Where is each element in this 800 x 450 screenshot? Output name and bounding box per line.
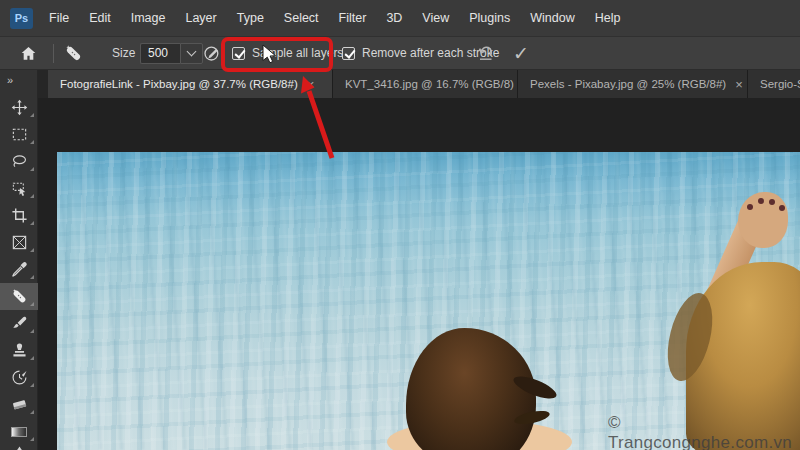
tool-options-bar: Size 500 Sample all layers Remove after … bbox=[0, 36, 800, 70]
sample-all-layers-checkbox[interactable]: Sample all layers bbox=[232, 37, 343, 69]
undo-icon bbox=[477, 44, 495, 62]
current-tool-preset[interactable] bbox=[64, 37, 83, 69]
separator bbox=[53, 44, 54, 63]
menu-view[interactable]: View bbox=[412, 0, 459, 36]
reset-tool-button[interactable] bbox=[477, 37, 495, 69]
tab-label: Pexels - Pixabay.jpg @ 25% (RGB/8#) bbox=[530, 78, 726, 90]
menu-3d[interactable]: 3D bbox=[376, 0, 412, 36]
spot-healing-brush-tool-icon bbox=[11, 288, 28, 305]
expand-panel-button[interactable]: » bbox=[0, 70, 37, 94]
chevron-down-icon bbox=[187, 46, 197, 56]
tool-blur[interactable] bbox=[0, 445, 38, 450]
menu-bar: Ps File Edit Image Layer Type Select Fil… bbox=[0, 0, 800, 36]
menu-plugins[interactable]: Plugins bbox=[459, 0, 520, 36]
tool-frame[interactable] bbox=[0, 229, 38, 256]
tab-kvt3416[interactable]: KVT_3416.jpg @ 16.7% (RGB/8) × bbox=[333, 70, 518, 98]
menu-file[interactable]: File bbox=[39, 0, 79, 36]
tab-label: KVT_3416.jpg @ 16.7% (RGB/8) bbox=[345, 78, 514, 90]
clone-stamp-tool-icon bbox=[11, 342, 28, 359]
spot-healing-brush-icon bbox=[64, 44, 83, 63]
home-button[interactable] bbox=[20, 37, 37, 69]
tab-pexels[interactable]: Pexels - Pixabay.jpg @ 25% (RGB/8#) × bbox=[518, 70, 748, 98]
marquee-tool-icon bbox=[11, 126, 28, 143]
tool-eraser[interactable] bbox=[0, 391, 38, 418]
menu-edit[interactable]: Edit bbox=[79, 0, 121, 36]
document-tab-bar: FotografieLink - Pixbay.jpg @ 37.7% (RGB… bbox=[38, 70, 800, 98]
lasso-tool-icon bbox=[11, 153, 28, 170]
tool-eyedropper[interactable] bbox=[0, 256, 38, 283]
pen-pressure-size-icon bbox=[203, 44, 221, 62]
size-label: Size bbox=[112, 37, 135, 69]
sample-all-layers-label: Sample all layers bbox=[252, 46, 343, 60]
tool-lasso[interactable] bbox=[0, 148, 38, 175]
tool-spot-healing-brush[interactable] bbox=[0, 283, 38, 310]
canvas-area: © Trangcongnghe.com.vn bbox=[38, 98, 800, 450]
eyedropper-tool-icon bbox=[11, 261, 28, 278]
photoshop-window: Ps File Edit Image Layer Type Select Fil… bbox=[0, 0, 800, 450]
tool-move[interactable] bbox=[0, 94, 38, 121]
photoshop-logo-icon: Ps bbox=[10, 8, 33, 29]
menu-layer[interactable]: Layer bbox=[175, 0, 226, 36]
menu-help[interactable]: Help bbox=[585, 0, 631, 36]
tab-label: FotografieLink - Pixbay.jpg @ 37.7% (RGB… bbox=[60, 78, 298, 90]
home-icon bbox=[20, 45, 37, 62]
menu-type[interactable]: Type bbox=[227, 0, 274, 36]
checkbox-checked-icon bbox=[342, 47, 355, 60]
brush-size-input[interactable]: 500 bbox=[140, 43, 180, 64]
tool-object-selection[interactable] bbox=[0, 175, 38, 202]
brush-size-dropdown[interactable] bbox=[180, 43, 203, 64]
tool-clone-stamp[interactable] bbox=[0, 337, 38, 364]
menu-select[interactable]: Select bbox=[274, 0, 329, 36]
close-icon[interactable]: × bbox=[307, 78, 315, 91]
fingernail bbox=[758, 198, 764, 204]
menu-filter[interactable]: Filter bbox=[329, 0, 377, 36]
tool-gradient[interactable] bbox=[0, 418, 38, 445]
checkbox-checked-icon bbox=[232, 47, 245, 60]
fingernail bbox=[779, 205, 785, 211]
close-icon[interactable]: × bbox=[735, 78, 743, 91]
tab-sergio[interactable]: Sergio-S bbox=[748, 70, 800, 98]
tool-crop[interactable] bbox=[0, 202, 38, 229]
menu-image[interactable]: Image bbox=[121, 0, 176, 36]
gradient-tool-icon bbox=[11, 427, 27, 437]
watermark: © Trangcongnghe.com.vn bbox=[608, 413, 800, 450]
fingernail bbox=[769, 199, 775, 205]
brush-tool-icon bbox=[11, 315, 28, 332]
tool-history-brush[interactable] bbox=[0, 364, 38, 391]
pen-pressure-toggle[interactable] bbox=[203, 37, 221, 69]
menu-window[interactable]: Window bbox=[520, 0, 584, 36]
tab-fotografielink[interactable]: FotografieLink - Pixbay.jpg @ 37.7% (RGB… bbox=[48, 70, 333, 98]
history-brush-tool-icon bbox=[11, 369, 28, 386]
commit-button[interactable]: ✓ bbox=[513, 37, 529, 69]
object-selection-tool-icon bbox=[11, 180, 28, 197]
tool-brush[interactable] bbox=[0, 310, 38, 337]
crop-tool-icon bbox=[11, 207, 28, 224]
move-tool-icon bbox=[11, 99, 28, 116]
remove-after-stroke-checkbox[interactable]: Remove after each stroke bbox=[342, 37, 499, 69]
frame-tool-icon bbox=[11, 234, 28, 251]
tab-label: Sergio-S bbox=[760, 78, 800, 90]
blur-tool-icon bbox=[11, 445, 28, 450]
eraser-tool-icon bbox=[11, 396, 28, 413]
tool-rectangular-marquee[interactable] bbox=[0, 121, 38, 148]
tools-panel: » bbox=[0, 70, 38, 450]
document-canvas[interactable]: © Trangcongnghe.com.vn bbox=[57, 152, 800, 450]
fingernail bbox=[747, 204, 753, 210]
